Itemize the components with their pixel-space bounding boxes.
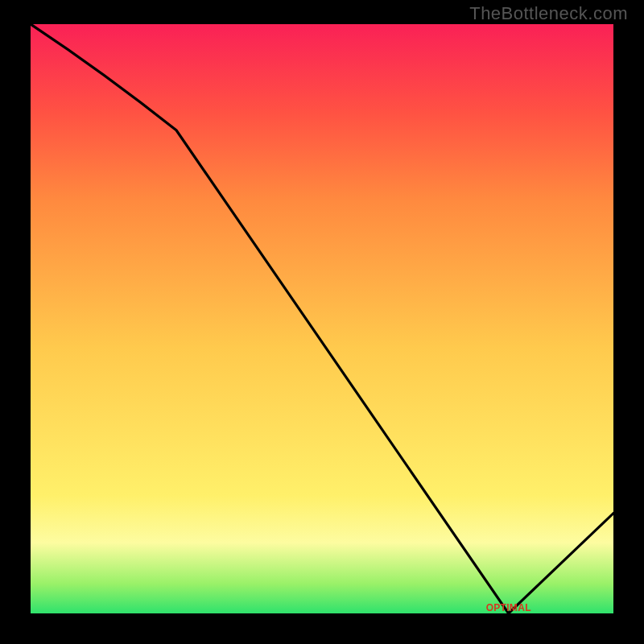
gradient-bg bbox=[31, 24, 613, 613]
optimal-label: OPTIMAL bbox=[486, 602, 531, 613]
chart-svg bbox=[31, 24, 613, 613]
chart-stage: TheBottleneck.com OPTIMAL bbox=[0, 0, 644, 644]
plot-area bbox=[31, 24, 613, 613]
watermark: TheBottleneck.com bbox=[469, 3, 628, 24]
